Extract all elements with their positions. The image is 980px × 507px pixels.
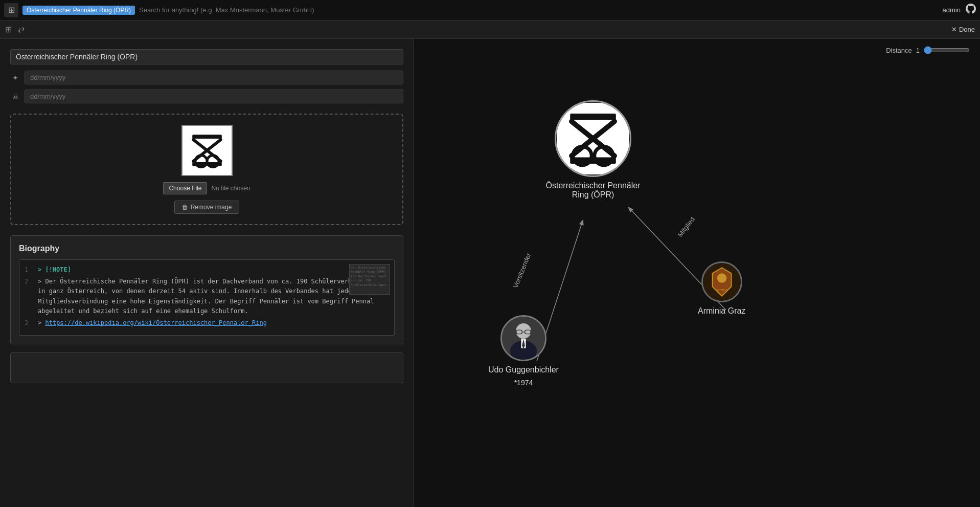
arminia-node-label: Arminia Graz [698,306,745,316]
death-icon: ☠ [10,93,20,101]
opr-node-circle [555,100,631,177]
no-file-label: No file chosen [211,185,250,192]
remove-icon: 🗑 [182,204,188,211]
navbar: ⊞ Österreichischer Pennäler Ring (ÖPR) a… [0,0,980,20]
line-number-3: 3 [25,318,35,328]
nav-right-section: admin [943,4,976,16]
left-panel: ✦ ☠ [0,39,414,507]
graph-canvas: Österreichischer Pennäler Ring (ÖPR) [414,39,980,507]
biography-editor[interactable]: Der Österreichische Pennäler Ring (ÖPR) … [19,259,395,336]
image-upload-area: Choose File No file chosen 🗑 Remove imag… [10,114,403,225]
wiki-link[interactable]: https://de.wikipedia.org/wiki/Österreich… [45,319,266,326]
death-date-input[interactable] [25,90,403,103]
done-close-icon: ✕ [951,26,957,33]
toolbar-icon-grid[interactable]: ⊞ [5,25,12,34]
toolbar-icon-transfer[interactable]: ⇄ [18,25,25,34]
udo-node[interactable]: Udo Guggenbichler *1974 [488,315,559,387]
main-layout: ✦ ☠ [0,39,980,507]
entity-name-input[interactable] [10,49,403,64]
remove-image-button[interactable]: 🗑 Remove image [174,201,240,214]
arminia-node[interactable]: arminia Arminia Graz [698,261,745,316]
logo-icon: ⊞ [8,5,15,15]
opr-node[interactable]: Österreichischer Pennäler Ring (ÖPR) [542,100,644,200]
nav-entity-tag[interactable]: Österreichischer Pennäler Ring (ÖPR) [22,6,135,15]
github-icon[interactable] [966,4,976,16]
line-number-2: 2 [25,277,35,316]
birth-date-row: ✦ [10,71,403,84]
done-label: Done [959,26,975,33]
arminia-node-circle: arminia [701,261,742,302]
bottom-placeholder [10,352,403,383]
done-button[interactable]: ✕ Done [951,26,975,33]
biography-title: Biography [19,244,395,253]
svg-rect-10 [570,114,616,120]
bio-line-1: 1 > [!NOTE] [25,265,389,275]
svg-point-25 [717,273,726,283]
udo-node-circle [500,315,546,361]
svg-rect-1 [192,135,222,139]
bio-text-content: > Der Österreichische Pennäler Ring (ÖPR… [38,277,389,316]
svg-text:arminia: arminia [717,288,727,291]
edge-label-vorsitzender: Vorsitzender [512,252,533,289]
biography-section: Biography Der Österreichische Pennäler R… [10,235,403,344]
choose-file-button[interactable]: Choose File [163,182,207,194]
bio-mini-preview: Der Österreichische Pennäler Ring (ÖPR) … [349,264,390,295]
death-date-row: ☠ [10,90,403,103]
nav-search-input[interactable] [139,6,939,14]
right-panel: Distance 1 [414,39,980,507]
toolbar: ⊞ ⇄ ✕ Done [0,20,980,39]
svg-point-17 [516,323,531,339]
graph-svg [414,39,980,507]
edge-label-mitglied: Mitglied [676,215,696,238]
line-number-1: 1 [25,265,35,275]
bio-line-3: 3 > https://de.wikipedia.org/wiki/Österr… [25,318,389,328]
birth-icon: ✦ [10,74,20,82]
bio-line-2: 2 > Der Österreichische Pennäler Ring (Ö… [25,277,389,316]
image-preview [181,125,233,176]
file-input-row: Choose File No file chosen [163,182,250,194]
note-tag: > [!NOTE] [38,266,71,273]
udo-node-sublabel: *1974 [514,379,533,387]
app-logo: ⊞ [4,3,18,17]
udo-node-label: Udo Guggenbichler [488,365,559,374]
birth-date-input[interactable] [25,71,403,84]
remove-image-label: Remove image [191,204,232,211]
opr-node-label: Österreichischer Pennäler Ring (ÖPR) [542,181,644,200]
nav-admin-label: admin [943,6,961,14]
